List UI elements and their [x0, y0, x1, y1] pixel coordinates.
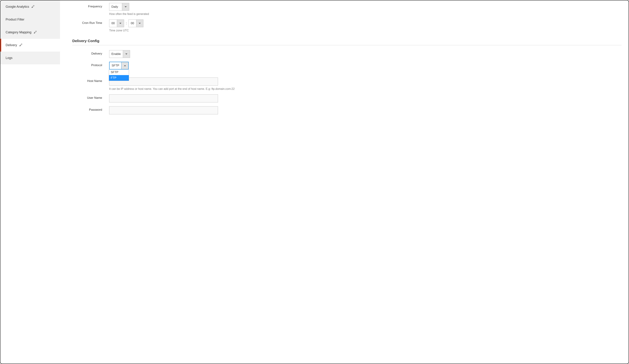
chevron-down-icon — [122, 3, 129, 10]
chevron-up-icon — [121, 62, 128, 69]
sidebar-item-label: Google Analytics — [5, 5, 29, 8]
main-content: Frequency Daily How often the feed is ge… — [60, 0, 629, 364]
protocol-dropdown: SFTP FTP — [109, 69, 129, 81]
chevron-down-icon — [117, 20, 124, 27]
protocol-select[interactable]: SFTP — [109, 62, 129, 69]
cron-run-time-row: Cron Run Time 00 : 00 Time zone UTC — [72, 19, 622, 32]
sidebar-item-logs[interactable]: Logs — [0, 52, 60, 64]
cron-hour-select[interactable]: 00 — [109, 19, 124, 27]
sidebar-item-delivery[interactable]: Delivery — [0, 39, 60, 52]
delivery-label: Delivery — [72, 50, 109, 55]
time-separator: : — [126, 21, 127, 25]
frequency-select[interactable]: Daily — [109, 3, 129, 11]
sidebar-item-label: Delivery — [5, 43, 17, 47]
frequency-label: Frequency — [72, 3, 109, 8]
delivery-select[interactable]: Enable — [109, 50, 130, 58]
user-name-input[interactable] — [109, 94, 218, 103]
user-name-label: User Name — [72, 94, 109, 100]
chevron-down-icon — [136, 20, 143, 27]
protocol-label: Protocol — [72, 62, 109, 67]
cron-hour-value: 00 — [109, 21, 117, 25]
protocol-value: SFTP — [110, 64, 121, 67]
protocol-row: Protocol SFTP SFTP FTP — [72, 62, 622, 69]
sidebar-item-label: Logs — [5, 56, 12, 60]
pencil-icon — [32, 5, 34, 8]
cron-minute-select[interactable]: 00 — [129, 19, 143, 27]
sidebar-item-category-mapping[interactable]: Category Mapping — [0, 26, 60, 39]
sidebar-item-product-filter[interactable]: Product Filter — [0, 13, 60, 26]
sidebar-item-label: Category Mapping — [5, 30, 31, 34]
frequency-row: Frequency Daily How often the feed is ge… — [72, 3, 622, 16]
chevron-down-icon — [123, 50, 130, 58]
password-input[interactable] — [109, 106, 218, 114]
delivery-value: Enable — [109, 52, 123, 56]
sidebar-item-label: Product Filter — [5, 18, 24, 21]
password-row: Password — [72, 106, 622, 114]
user-name-row: User Name — [72, 94, 622, 103]
host-name-label: Host Name — [72, 78, 109, 83]
host-name-hint: It can be IP address or host name. You c… — [109, 87, 622, 91]
sidebar: Google Analytics Product Filter Category… — [0, 0, 60, 364]
host-name-row: Host Name It can be IP address or host n… — [72, 78, 622, 91]
frequency-value: Daily — [109, 5, 122, 8]
pencil-icon — [34, 31, 37, 34]
delivery-row: Delivery Enable — [72, 50, 622, 58]
cron-hint: Time zone UTC — [109, 29, 622, 32]
cron-run-time-label: Cron Run Time — [72, 19, 109, 25]
sidebar-item-google-analytics[interactable]: Google Analytics — [0, 0, 60, 13]
pencil-icon — [19, 43, 22, 47]
frequency-hint: How often the feed is generated — [109, 12, 622, 16]
password-label: Password — [72, 106, 109, 112]
cron-minute-value: 00 — [129, 21, 136, 25]
protocol-option-ftp[interactable]: FTP — [109, 75, 129, 81]
protocol-option-sftp[interactable]: SFTP — [109, 69, 129, 75]
delivery-config-title: Delivery Config — [72, 39, 622, 45]
